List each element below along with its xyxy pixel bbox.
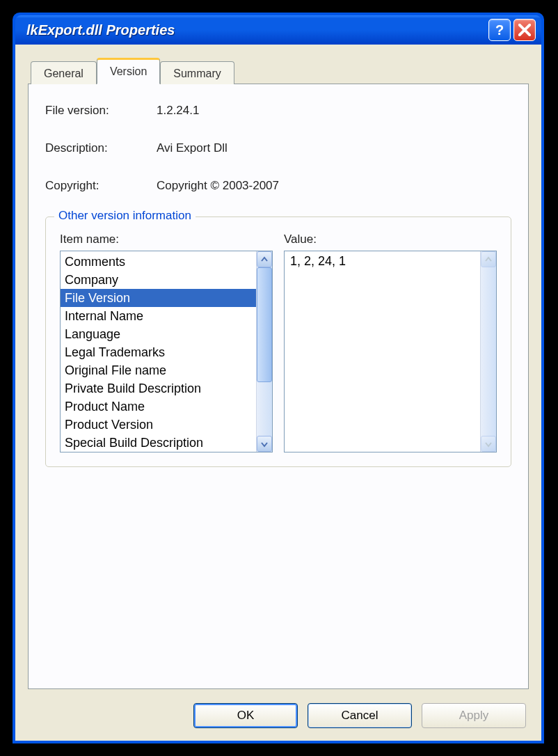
chevron-up-icon bbox=[261, 256, 268, 263]
col-item-name: Item name: CommentsCompanyFile VersionIn… bbox=[60, 233, 273, 452]
file-version-label: File version: bbox=[45, 104, 157, 118]
tab-summary[interactable]: Summary bbox=[160, 61, 234, 84]
item-name-label: Item name: bbox=[60, 233, 273, 246]
ok-button[interactable]: OK bbox=[193, 703, 298, 728]
client-area: General Version Summary File version: 1.… bbox=[15, 45, 541, 741]
tab-strip: General Version Summary bbox=[28, 57, 529, 84]
value-text: 1, 2, 24, 1 bbox=[285, 251, 480, 452]
close-icon bbox=[518, 24, 531, 36]
list-item[interactable]: Internal Name bbox=[61, 307, 256, 325]
row-file-version: File version: 1.2.24.1 bbox=[45, 104, 511, 118]
list-item[interactable]: Comments bbox=[61, 253, 256, 271]
chevron-down-icon bbox=[485, 441, 492, 448]
scroll-down-button[interactable] bbox=[257, 436, 272, 452]
tab-version[interactable]: Version bbox=[97, 58, 160, 84]
dialog-buttons: OK Cancel Apply bbox=[28, 703, 529, 728]
help-button[interactable]: ? bbox=[488, 19, 511, 41]
scroll-track[interactable] bbox=[257, 267, 272, 436]
scroll-track bbox=[481, 267, 496, 436]
chevron-down-icon bbox=[261, 441, 268, 448]
col-value: Value: 1, 2, 24, 1 bbox=[284, 233, 497, 452]
list-item[interactable]: Special Build Description bbox=[61, 434, 256, 452]
value-label: Value: bbox=[284, 233, 497, 246]
description-value: Avi Export Dll bbox=[157, 141, 228, 155]
value-textbox[interactable]: 1, 2, 24, 1 bbox=[284, 251, 497, 452]
group-legend: Other version information bbox=[54, 209, 196, 223]
copyright-label: Copyright: bbox=[45, 179, 157, 193]
item-list-scrollbar[interactable] bbox=[256, 251, 272, 452]
list-item[interactable]: Language bbox=[61, 325, 256, 343]
list-item[interactable]: File Version bbox=[61, 289, 256, 307]
titlebar: lkExport.dll Properties ? bbox=[15, 15, 541, 45]
titlebar-controls: ? bbox=[488, 19, 536, 41]
value-scrollbar bbox=[480, 251, 496, 452]
cancel-button[interactable]: Cancel bbox=[308, 703, 412, 728]
properties-dialog: lkExport.dll Properties ? General Versio… bbox=[13, 13, 544, 743]
copyright-value: Copyright © 2003-2007 bbox=[157, 179, 279, 193]
description-label: Description: bbox=[45, 141, 157, 155]
window-title: lkExport.dll Properties bbox=[26, 22, 488, 38]
scroll-thumb[interactable] bbox=[257, 267, 272, 382]
chevron-up-icon bbox=[485, 256, 492, 263]
scroll-up-button bbox=[481, 251, 496, 267]
file-version-value: 1.2.24.1 bbox=[157, 104, 199, 118]
scroll-down-button bbox=[481, 436, 496, 452]
item-name-listbox[interactable]: CommentsCompanyFile VersionInternal Name… bbox=[60, 251, 273, 452]
scroll-up-button[interactable] bbox=[257, 251, 272, 267]
list-item[interactable]: Product Name bbox=[61, 397, 256, 416]
close-button[interactable] bbox=[513, 19, 536, 41]
row-description: Description: Avi Export Dll bbox=[45, 141, 511, 155]
list-item[interactable]: Private Build Description bbox=[61, 379, 256, 397]
list-item[interactable]: Product Version bbox=[61, 416, 256, 434]
row-copyright: Copyright: Copyright © 2003-2007 bbox=[45, 179, 511, 193]
apply-button: Apply bbox=[422, 703, 526, 728]
tab-panel-version: File version: 1.2.24.1 Description: Avi … bbox=[28, 84, 529, 689]
list-item[interactable]: Company bbox=[61, 271, 256, 289]
help-icon: ? bbox=[495, 22, 504, 38]
tab-general[interactable]: General bbox=[31, 61, 97, 84]
list-item[interactable]: Original File name bbox=[61, 361, 256, 379]
list-item[interactable]: Legal Trademarks bbox=[61, 343, 256, 361]
group-other-version-info: Other version information Item name: Com… bbox=[45, 216, 511, 467]
